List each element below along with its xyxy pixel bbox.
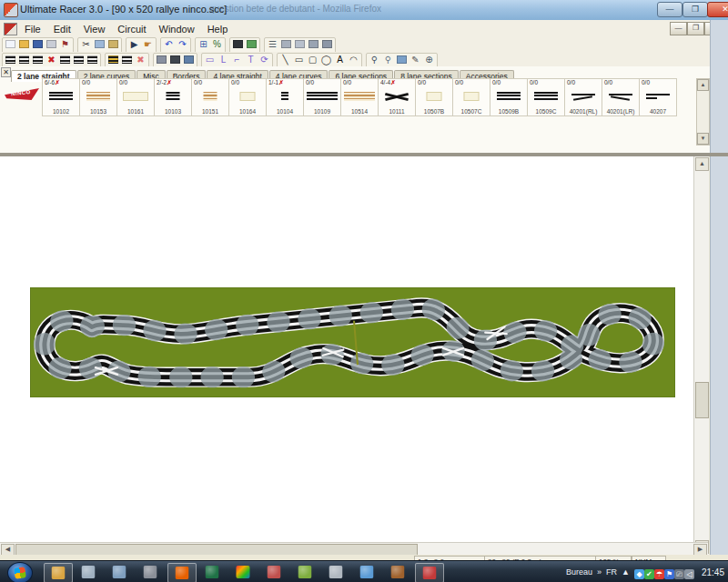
track-straight-button[interactable] [4,54,17,65]
language-indicator[interactable]: FR [606,567,617,577]
tray-security-shield-icon[interactable]: ✔ [644,569,654,579]
part-10509C[interactable]: 0/010509C [528,78,565,116]
taskbar-app-notes[interactable] [75,563,102,581]
note-button[interactable]: ✎ [409,54,422,65]
mdi-minimize-button[interactable]: — [670,22,687,35]
align-list-button[interactable]: ☰ [266,38,279,50]
palette-scroll-up-icon[interactable]: ▲ [697,79,709,91]
zoom-in-button[interactable]: ⚲ [368,54,381,65]
palette-scroll-down-icon[interactable]: ▼ [697,133,709,145]
track-curve-button[interactable] [17,54,31,65]
zoom-out-button[interactable]: ⚲ [381,54,395,65]
part-10102[interactable]: 6/-6✗10102 [42,78,80,116]
copy-button[interactable] [93,38,106,50]
taskbar-app-shield[interactable] [384,563,411,581]
track-special-button[interactable] [106,54,120,65]
start-button[interactable] [7,562,33,582]
horizontal-scrollbar[interactable]: ◀ ▶ [0,542,708,556]
menu-window[interactable]: Window [153,22,201,36]
expand-button[interactable]: ⊕ [422,54,436,65]
part-10151[interactable]: 0/010151 [192,78,229,116]
taskbar-app-red[interactable] [260,563,288,581]
tray-cube-icon[interactable]: ◆ [634,569,644,579]
mdi-restore-button[interactable]: ❐ [687,22,704,35]
part-10164[interactable]: 0/010164 [229,78,267,116]
line-tool-button[interactable]: ╲ [278,54,292,65]
pan-hand-button[interactable]: ☛ [141,38,155,50]
part-10153[interactable]: 0/010153 [80,78,117,116]
undo-button[interactable]: ↶ [162,38,176,50]
menu-file[interactable]: File [18,22,47,36]
delete-track-button[interactable]: ✖ [45,54,58,65]
part-10161[interactable]: 0/010161 [117,78,155,116]
track-half-button[interactable] [58,54,72,65]
scale-button[interactable]: % [210,38,224,50]
part-10109[interactable]: 0/010109 [304,78,341,116]
tray-display-icon[interactable]: ⎚ [674,569,684,579]
part-10104[interactable]: 1/-1✗10104 [267,78,304,116]
snapshot-camera-button[interactable] [168,54,182,65]
paste-button[interactable] [106,38,120,50]
pit-panel-button[interactable] [155,54,168,65]
shape-rect-tool-button[interactable]: ▭ [203,54,217,65]
vertical-scrollbar[interactable]: ▲ ▼ [693,156,709,555]
taskbar-clock[interactable]: 21:45 [699,567,724,577]
menu-view[interactable]: View [77,22,112,36]
scroll-up-icon[interactable]: ▲ [695,157,709,171]
rotate-tool-button[interactable]: ⟳ [258,54,271,65]
part-10509B[interactable]: 0/010509B [490,78,528,116]
shape-t-tool-button[interactable]: T [244,54,258,65]
board-color-button[interactable] [231,38,245,50]
shape-c-tool-button[interactable]: ⌐ [230,54,244,65]
tray-volume-icon[interactable]: ◁ [684,569,694,579]
part-40207[interactable]: 0/040207 [640,78,677,116]
save-button[interactable] [31,38,45,50]
new-button[interactable] [4,38,17,50]
race-flags-button[interactable]: ⚑ [58,38,72,50]
background-image-button[interactable] [245,38,258,50]
remove-piece-button[interactable]: ✖ [134,54,147,65]
taskbar-app-green-orb[interactable] [291,563,318,581]
arrange-1-button[interactable] [279,38,293,50]
redo-button[interactable]: ↷ [176,38,189,50]
part-10507C[interactable]: 0/010507C [453,78,490,116]
taskbar-ultimate-racer[interactable] [415,563,444,582]
taskbar-explorer-folder[interactable] [44,563,73,582]
track-curve-2-button[interactable] [31,54,45,65]
maximize-button[interactable]: ❐ [682,2,708,17]
part-10103[interactable]: 2/-2✗10103 [155,78,192,116]
shape-corner-tool-button[interactable]: L [217,54,230,65]
track-board[interactable] [30,287,675,397]
taskbar-firefox[interactable] [167,563,197,582]
taskbar-app-media[interactable] [136,563,164,581]
text-tool-button[interactable]: A [333,54,347,65]
taskbar-app-messenger[interactable] [353,563,380,581]
menu-edit[interactable]: Edit [47,22,77,36]
taskbar-excel[interactable] [198,563,226,581]
select-button[interactable]: ▶ [127,38,141,50]
tray-flag-icon[interactable]: ⚑ [664,569,674,579]
menu-circuit[interactable]: Circuit [111,22,152,36]
minimize-button[interactable]: — [657,2,682,17]
arc-tool-button[interactable]: ◠ [347,54,360,65]
taskbar-app-photos[interactable] [229,563,257,581]
desktop-toolbar-label[interactable]: Bureau [566,567,592,577]
track-special-2-button[interactable] [120,54,134,65]
toolbar-chevron-icon[interactable]: » [597,567,602,577]
rectangle-tool-button[interactable]: ▭ [292,54,306,65]
arrange-2-button[interactable] [293,38,307,50]
track-double-button[interactable] [72,54,86,65]
menu-help[interactable]: Help [201,22,235,36]
close-button[interactable]: ✕ [707,2,728,17]
roundrect-tool-button[interactable]: ▢ [306,54,319,65]
taskbar-app-search[interactable] [322,563,349,581]
open-button[interactable] [17,38,31,50]
car-button[interactable] [182,54,196,65]
zoom-fit-button[interactable] [395,54,409,65]
part-40201(LR)[interactable]: 0/040201(LR) [602,78,640,116]
cut-button[interactable]: ✂ [79,38,93,50]
grid-button[interactable]: ⊞ [197,38,210,50]
arrange-4-button[interactable] [320,38,334,50]
arrange-3-button[interactable] [307,38,320,50]
palette-scrollbar[interactable]: ▲ ▼ [696,78,710,146]
